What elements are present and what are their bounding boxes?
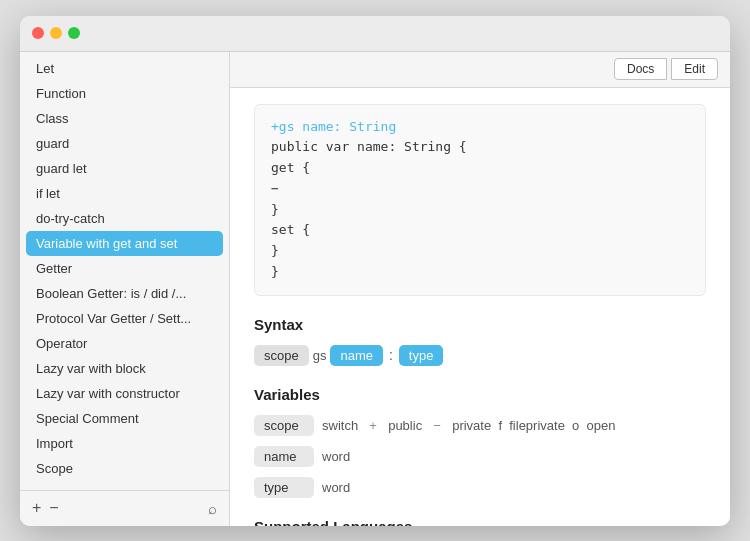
separator: : bbox=[389, 347, 393, 363]
code-line8: } bbox=[271, 264, 279, 279]
minimize-button[interactable] bbox=[50, 27, 62, 39]
code-line1: +gs name: String bbox=[271, 119, 396, 134]
var-values-scope: switch + public − private f fileprivate … bbox=[322, 418, 616, 433]
main-toolbar: Docs Edit bbox=[230, 52, 730, 88]
sidebar-item-11[interactable]: Operator bbox=[20, 331, 229, 356]
sidebar-item-5[interactable]: if let bbox=[20, 181, 229, 206]
sidebar-item-15[interactable]: Import bbox=[20, 431, 229, 456]
sidebar-item-16[interactable]: Scope bbox=[20, 456, 229, 481]
sidebar-item-3[interactable]: guard bbox=[20, 131, 229, 156]
sidebar-item-13[interactable]: Lazy var with constructor bbox=[20, 381, 229, 406]
maximize-button[interactable] bbox=[68, 27, 80, 39]
add-item-button[interactable]: + bbox=[32, 500, 41, 516]
docs-button[interactable]: Docs bbox=[614, 58, 667, 80]
code-block: +gs name: String public var name: String… bbox=[254, 104, 706, 296]
main-content: +gs name: String public var name: String… bbox=[230, 88, 730, 526]
gs-plain: gs bbox=[313, 348, 327, 363]
close-button[interactable] bbox=[32, 27, 44, 39]
var-values-name: word bbox=[322, 449, 350, 464]
var-label-scope: scope bbox=[254, 415, 314, 436]
var-label-type: type bbox=[254, 477, 314, 498]
sidebar-item-2[interactable]: Class bbox=[20, 106, 229, 131]
sidebar-item-14[interactable]: Special Comment bbox=[20, 406, 229, 431]
sidebar-item-6[interactable]: do-try-catch bbox=[20, 206, 229, 231]
var-row-scope: scope switch + public − private f filepr… bbox=[254, 415, 706, 436]
code-line5: } bbox=[271, 202, 279, 217]
titlebar bbox=[20, 16, 730, 52]
sidebar-list: LetFunctionClassguardguard letif letdo-t… bbox=[20, 52, 229, 490]
sidebar-item-10[interactable]: Protocol Var Getter / Sett... bbox=[20, 306, 229, 331]
main-panel: Docs Edit +gs name: String public var na… bbox=[230, 52, 730, 526]
code-line6: set { bbox=[271, 222, 310, 237]
edit-button[interactable]: Edit bbox=[671, 58, 718, 80]
code-line7: } bbox=[271, 243, 279, 258]
var-row-type: type word bbox=[254, 477, 706, 498]
supported-title: Supported Languages bbox=[254, 518, 706, 526]
traffic-lights bbox=[32, 27, 80, 39]
main-window: LetFunctionClassguardguard letif letdo-t… bbox=[20, 16, 730, 526]
sidebar-item-12[interactable]: Lazy var with block bbox=[20, 356, 229, 381]
content-area: LetFunctionClassguardguard letif letdo-t… bbox=[20, 52, 730, 526]
sidebar-item-9[interactable]: Boolean Getter: is / did /... bbox=[20, 281, 229, 306]
sidebar-item-1[interactable]: Function bbox=[20, 81, 229, 106]
code-line4: − bbox=[271, 181, 279, 196]
code-line2: public var name: String { bbox=[271, 139, 467, 154]
var-values-type: word bbox=[322, 480, 350, 495]
search-button[interactable]: ⌕ bbox=[208, 500, 217, 517]
variables-section: Variables scope switch + public − privat… bbox=[254, 386, 706, 498]
variables-title: Variables bbox=[254, 386, 706, 403]
var-row-name: name word bbox=[254, 446, 706, 467]
syntax-row: scope gs name : type bbox=[254, 345, 706, 366]
scope-tag: scope bbox=[254, 345, 309, 366]
syntax-title: Syntax bbox=[254, 316, 706, 333]
sidebar: LetFunctionClassguardguard letif letdo-t… bbox=[20, 52, 230, 526]
sidebar-item-8[interactable]: Getter bbox=[20, 256, 229, 281]
sidebar-footer: + − ⌕ bbox=[20, 490, 229, 526]
remove-item-button[interactable]: − bbox=[49, 500, 58, 516]
sidebar-item-7[interactable]: Variable with get and set bbox=[26, 231, 223, 256]
type-tag: type bbox=[399, 345, 444, 366]
name-tag: name bbox=[330, 345, 383, 366]
sidebar-item-4[interactable]: guard let bbox=[20, 156, 229, 181]
var-label-name: name bbox=[254, 446, 314, 467]
code-line3: get { bbox=[271, 160, 310, 175]
sidebar-item-0[interactable]: Let bbox=[20, 56, 229, 81]
